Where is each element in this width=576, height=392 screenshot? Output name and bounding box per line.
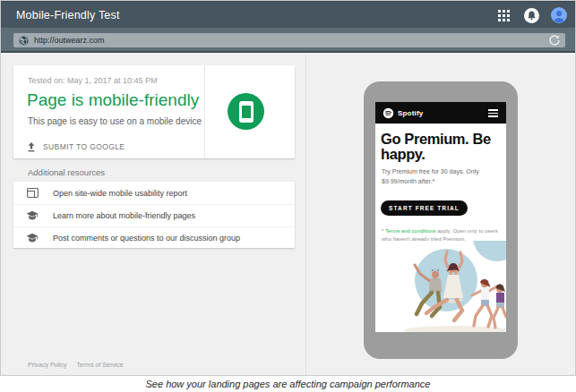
submit-label: SUBMIT TO GOOGLE xyxy=(43,142,125,151)
avatar[interactable] xyxy=(550,6,568,24)
web-report-icon xyxy=(26,188,39,198)
phone-screen-preview: Spotify Go Premium. Be happy. Try Premiu… xyxy=(375,102,506,332)
resource-learn-more[interactable]: Learn more about mobile-friendly pages xyxy=(13,204,295,226)
app-header: Mobile-Friendly Test xyxy=(1,1,575,28)
apps-grid-icon[interactable] xyxy=(494,6,512,24)
content-area: Tested on: May 1, 2017 at 10:45 PM Page … xyxy=(1,55,575,376)
smartphone-icon xyxy=(239,101,254,123)
terms-and-conditions-link: Terms and conditions xyxy=(385,228,436,234)
upload-icon xyxy=(26,141,37,152)
verdict-heading: Page is mobile-friendly xyxy=(27,90,199,110)
mobile-friendly-badge xyxy=(228,93,264,130)
resource-usability-report[interactable]: Open site-wide mobile usability report xyxy=(13,182,295,204)
tool-screenshot: Mobile-Friendly Test xyxy=(0,0,576,376)
result-card: Tested on: May 1, 2017 at 10:45 PM Page … xyxy=(13,65,295,158)
school-icon xyxy=(26,233,39,243)
globe-icon xyxy=(19,36,29,46)
refresh-icon[interactable] xyxy=(548,34,561,47)
spotify-subtext: Try Premium free for 30 days. Only $9.99… xyxy=(382,167,494,186)
spotify-logo: Spotify xyxy=(383,107,424,119)
url-input[interactable]: http://outwearz.com xyxy=(13,33,565,47)
resource-discussion-group[interactable]: Post comments or questions to our discus… xyxy=(13,226,295,249)
footer-links: Privacy Policy Terms of Service xyxy=(28,362,124,368)
resource-label: Post comments or questions to our discus… xyxy=(53,234,240,243)
phone-mockup: Spotify Go Premium. Be happy. Try Premiu… xyxy=(364,81,518,359)
resources-card: Open site-wide mobile usability report L… xyxy=(13,182,295,248)
page-title: Mobile-Friendly Test xyxy=(16,9,120,21)
image-caption: See how your landing pages are affecting… xyxy=(0,376,576,392)
tested-on-text: Tested on: May 1, 2017 at 10:45 PM xyxy=(28,76,158,85)
url-text: http://outwearz.com xyxy=(34,36,105,45)
mobile-friendly-test-app: Mobile-Friendly Test xyxy=(0,0,576,392)
hamburger-menu-icon xyxy=(488,109,498,117)
spotify-logo-icon xyxy=(383,107,394,119)
panel-divider xyxy=(305,55,306,376)
url-bar: http://outwearz.com xyxy=(1,28,575,53)
notifications-icon[interactable] xyxy=(522,6,540,24)
privacy-policy-link[interactable]: Privacy Policy xyxy=(28,362,67,368)
resources-title: Additional resources xyxy=(28,167,105,177)
spotify-header-bar: Spotify xyxy=(375,102,506,124)
caption-text: See how your landing pages are affecting… xyxy=(146,379,431,389)
card-divider xyxy=(204,65,205,158)
school-icon xyxy=(26,210,39,221)
resource-label: Open site-wide mobile usability report xyxy=(53,189,187,198)
submit-to-google-button[interactable]: SUBMIT TO GOOGLE xyxy=(26,141,125,152)
hero-photo xyxy=(375,241,506,332)
spotify-heading: Go Premium. Be happy. xyxy=(381,132,497,163)
resource-label: Learn more about mobile-friendly pages xyxy=(53,211,195,220)
terms-of-service-link[interactable]: Terms of Service xyxy=(77,362,124,368)
verdict-description: This page is easy to use on a mobile dev… xyxy=(28,116,202,126)
start-free-trial-button: START FREE TRIAL xyxy=(381,200,468,216)
spotify-brand-name: Spotify xyxy=(398,109,424,117)
